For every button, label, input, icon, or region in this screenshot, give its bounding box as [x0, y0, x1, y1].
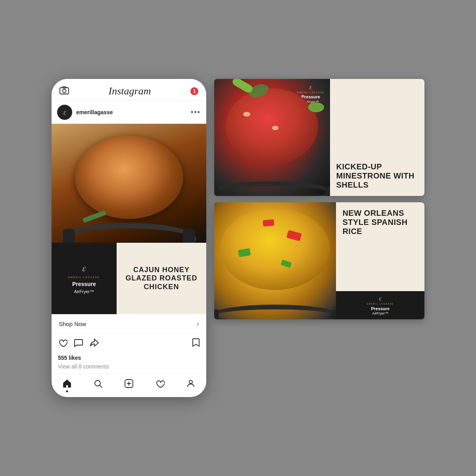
like-button[interactable]	[58, 338, 67, 349]
notification-badge[interactable]: 1	[190, 87, 198, 95]
nav-profile-icon[interactable]	[186, 379, 196, 391]
svg-point-3	[95, 380, 100, 386]
instagram-header: Instagram 1	[52, 79, 206, 101]
instagram-phone-mock: Instagram 1 ε emerillagasse •••	[52, 79, 206, 397]
post-actions	[52, 334, 206, 354]
brand-company: EMERIL LAGASSE	[68, 275, 100, 280]
minestrone-card: ε EMERIL LAGASSE Pressure AirFryer™	[214, 79, 424, 196]
rice-photo	[214, 202, 336, 319]
pot-rim-card2	[214, 305, 336, 319]
shell-pasta	[243, 112, 250, 117]
svg-line-4	[100, 385, 102, 388]
card2-brand-bottom: ε EMERIL LAGASSE Pressure AirFryer™	[336, 291, 424, 319]
nav-add-icon[interactable]	[124, 379, 134, 391]
minestrone-recipe-name: KICKED-UP MINESTRONE WITH SHELLS	[336, 162, 418, 190]
avatar[interactable]: ε	[57, 105, 72, 120]
post-recipe-title: CAJUN HONEY GLAZED ROASTED CHICKEN	[121, 266, 202, 292]
chicken-visual	[75, 136, 183, 219]
red-pepper-2	[263, 219, 274, 226]
handle-r-c2	[332, 309, 336, 320]
bottom-navigation	[52, 374, 206, 397]
comment-button[interactable]	[74, 338, 83, 349]
post-header: ε emerillagasse •••	[52, 101, 206, 124]
shop-now-arrow-icon: ›	[197, 320, 199, 328]
svg-point-8	[189, 380, 192, 384]
minestrone-food-visual	[226, 88, 318, 165]
nav-search-icon[interactable]	[93, 379, 103, 391]
post-image-content: ε EMERIL LAGASSE Pressure AirFryer™ CAJU…	[52, 124, 206, 314]
rice-food-visual	[220, 208, 330, 290]
minestrone-text-panel: KICKED-UP MINESTRONE WITH SHELLS	[330, 79, 425, 196]
herb-decoration	[83, 210, 106, 223]
brand-e-letter: ε	[82, 263, 86, 274]
svg-point-1	[63, 89, 66, 93]
camera-icon[interactable]	[60, 86, 69, 97]
svg-rect-0	[60, 88, 69, 94]
card2-brand-p1: Pressure	[340, 306, 420, 311]
comments-link[interactable]: View all 8 comments	[52, 363, 206, 374]
svg-rect-2	[63, 86, 66, 88]
handle-l-c1	[214, 186, 219, 196]
card2-brand-company: EMERIL LAGASSE	[340, 302, 420, 306]
likes-count: 555 likes	[52, 354, 206, 363]
card2-brand-p2: AirFryer™	[340, 311, 420, 315]
handle-l-c2	[214, 309, 219, 320]
share-button[interactable]	[90, 338, 99, 349]
actions-left	[58, 338, 99, 349]
rice-recipe-name: NEW ORLEANS STYLE SPANISH RICE	[342, 209, 418, 236]
username[interactable]: emerillagasse	[76, 109, 187, 115]
shop-now-label: Shop Now	[59, 321, 86, 327]
rice-text-panel: NEW ORLEANS STYLE SPANISH RICE ε EMERIL …	[336, 202, 424, 319]
pot-rim-card1	[214, 181, 330, 196]
zucchini-decoration	[231, 79, 254, 94]
pot-handle-right	[183, 229, 195, 243]
recipe-cards-container: ε EMERIL LAGASSE Pressure AirFryer™	[214, 79, 424, 319]
post-image: ε EMERIL LAGASSE Pressure AirFryer™ CAJU…	[52, 124, 206, 314]
page-container: Instagram 1 ε emerillagasse •••	[52, 79, 424, 397]
minestrone-photo: ε EMERIL LAGASSE Pressure AirFryer™	[214, 79, 330, 196]
pot-rim	[61, 223, 196, 243]
brand-product1: Pressure	[72, 281, 96, 287]
recipe-title-panel: CAJUN HONEY GLAZED ROASTED CHICKEN	[117, 243, 206, 314]
shell-pasta-2	[272, 126, 278, 130]
nav-home-icon[interactable]	[62, 379, 72, 391]
shop-now-bar[interactable]: Shop Now ›	[52, 314, 206, 334]
brand-product2: AirFryer™	[74, 289, 94, 294]
handle-r-c1	[325, 186, 330, 196]
post-bottom-panel: ε EMERIL LAGASSE Pressure AirFryer™ CAJU…	[52, 243, 206, 314]
card1-brand-company: EMERIL LAGASSE	[297, 91, 324, 94]
bookmark-button[interactable]	[192, 338, 200, 350]
veg-decoration-2	[308, 102, 324, 112]
brand-panel: ε EMERIL LAGASSE Pressure AirFryer™	[52, 243, 117, 314]
rice-card: NEW ORLEANS STYLE SPANISH RICE ε EMERIL …	[214, 202, 424, 319]
pot-handle-left	[63, 229, 75, 243]
more-options-icon[interactable]: •••	[191, 108, 201, 117]
chicken-photo-area	[52, 124, 206, 243]
app-title: Instagram	[69, 85, 190, 97]
nav-heart-icon[interactable]	[155, 379, 165, 390]
